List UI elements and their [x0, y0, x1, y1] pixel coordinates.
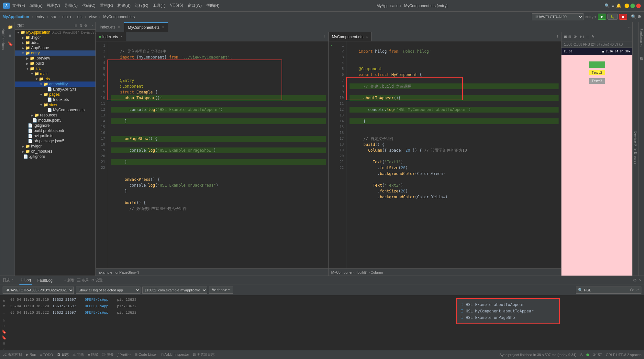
log-refresh-btn[interactable]: ↻ [3, 318, 5, 322]
log-search-input[interactable] [584, 288, 629, 292]
menu-build[interactable]: 构建(B) [117, 3, 130, 8]
tree-node-build[interactable]: ▶ 📁 build [15, 61, 95, 66]
left-editor-more[interactable]: ⋮ [321, 35, 328, 39]
tree-node-idea[interactable]: ▶ 📁 .idea [15, 40, 95, 45]
tree-node-entryability-ts[interactable]: 📄 EntryAbility.ts [15, 87, 95, 92]
left-tab-close[interactable]: × [121, 35, 123, 38]
tree-node-higor[interactable]: ▶ 📁 .higor [15, 35, 95, 40]
menu-window[interactable]: 窗口(W) [188, 3, 202, 8]
tree-node-build-profile[interactable]: 📄 build-profile.json5 [15, 128, 95, 133]
bottom-tab-browser-log[interactable]: ⊡ 浏览器日志 [193, 352, 215, 357]
log-close-icon[interactable]: × [639, 278, 641, 283]
log-filter-btn[interactable]: ⊟ [3, 341, 5, 346]
tree-node-module-json[interactable]: 📄 module.json5 [15, 118, 95, 123]
tree-node-preview[interactable]: ▶ 📁 .preview [15, 56, 95, 61]
notifications-icon[interactable]: 🔔 [616, 3, 621, 8]
tree-node-hvigor[interactable]: ▶ 📁 hvigor [15, 144, 95, 149]
device-select[interactable]: HUAWEI CTR-AL00 [532, 13, 583, 20]
device-filter-select[interactable]: HUAWEI CTR-AL00 (PXUYD22628020934) [3, 287, 74, 294]
tree-root[interactable]: ▼ 📁 MyApplication D:\002_Project\014_Dev… [15, 30, 95, 35]
search-regex-btn[interactable]: .* [635, 288, 639, 292]
tree-node-pages[interactable]: ▼ 📁 pages [15, 92, 95, 97]
preview-grid-icon[interactable]: ⊟ [568, 35, 571, 39]
app-filter-select[interactable]: Show all log of selected app [76, 287, 140, 294]
log-add-btn[interactable]: + 新增 [64, 278, 74, 283]
preview-edit-icon[interactable]: ✎ [592, 35, 594, 39]
menu-refactor[interactable]: 重构(R) [100, 3, 113, 8]
pid-filter-select[interactable]: [13632] com.example.myapplication [142, 287, 207, 294]
preview-expand-icon[interactable]: ⊞ [564, 35, 567, 39]
bottom-tab-services[interactable]: ◎ 服务 [102, 352, 114, 357]
tree-node-entryability[interactable]: ▼ 📁 entryability [15, 82, 95, 87]
tree-sort-icon[interactable]: ⇅ [79, 24, 82, 28]
bottom-tab-run[interactable]: ▶ Run [26, 352, 36, 357]
tree-node-oh-package[interactable]: 📄 oh-package.json5 [15, 138, 95, 144]
tree-node-main[interactable]: ▼ 📁 main [15, 71, 95, 76]
log-clear-btn[interactable]: ✕ [3, 347, 5, 350]
gear-icon[interactable]: ⚙ [612, 3, 614, 8]
tree-node-entry[interactable]: ▼ 📁 entry [15, 50, 95, 56]
tab-mycomponent-close[interactable]: × [162, 26, 164, 29]
menu-nav[interactable]: 导航(N) [64, 3, 78, 8]
bottom-tab-todo[interactable]: ≡ TODO [40, 352, 53, 357]
sidebar-tab-project[interactable]: 📁 [7, 23, 14, 30]
debug-button[interactable]: 🐛 [607, 14, 618, 20]
search-case-btn[interactable]: Cc [630, 288, 634, 292]
bottom-tab-vcs[interactable]: ⎇ 版本控制 [3, 352, 22, 357]
tab-index-close[interactable]: × [118, 25, 120, 29]
log-layout-btn[interactable]: ☰ 布局 [77, 278, 89, 283]
tree-node-ets[interactable]: ▼ 📁 ets [15, 76, 95, 82]
sidebar-tab-structure[interactable]: ≡ [7, 32, 14, 39]
tree-node-resources[interactable]: ▶ 📁 resources [15, 113, 95, 118]
menu-code[interactable]: 代码(C) [82, 3, 95, 8]
sidebar-tab-bookmarks[interactable]: 🔖 [7, 40, 14, 47]
tree-node-mycomponent-ets[interactable]: 📄 MyComponent.ets [15, 107, 95, 113]
tree-node-oh-modules[interactable]: ▶ 📁 oh_modules [15, 149, 95, 154]
tree-gear-icon[interactable]: ⚙ [84, 24, 87, 28]
tree-node-view[interactable]: ▼ 📁 view [15, 102, 95, 107]
log-search-box[interactable]: 🔍 Cc .* [576, 287, 641, 294]
tree-node-hvigorfile[interactable]: 📄 hvigorfile.ts [15, 133, 95, 138]
stop-button[interactable]: ■ [619, 14, 627, 20]
log-bookmark2-btn[interactable]: 🔖 [2, 335, 6, 340]
menu-help[interactable]: 帮助(H) [206, 3, 219, 8]
log-config-icon[interactable]: ⚙ [633, 278, 637, 283]
log-up-btn[interactable]: ▲ [3, 298, 5, 302]
log-copy-btn[interactable]: ⊡ [3, 324, 5, 328]
menu-run[interactable]: 运行(R) [135, 3, 148, 8]
settings-icon[interactable]: ⚙ [638, 14, 641, 19]
bottom-tab-codelint[interactable]: ⊞ Code Linter [135, 352, 157, 357]
bottom-tab-log[interactable]: 🗒 日志 [57, 352, 69, 357]
search-icon[interactable]: 🔍 [605, 3, 610, 8]
verbose-button[interactable]: Verbose ▾ [209, 287, 233, 294]
tree-node-appscope[interactable]: ▶ 📁 AppScope [15, 45, 95, 50]
tree-node-gitignore2[interactable]: 📄 .gitignore [15, 154, 95, 159]
menu-view[interactable]: 视图(V) [47, 3, 60, 8]
tab-mycomponent-ets[interactable]: MyComponent.ets × [124, 22, 168, 32]
left-tab-index[interactable]: Index.ets × [96, 32, 126, 41]
menu-tools[interactable]: 工具(T) [153, 3, 165, 8]
menu-edit[interactable]: 编辑(E) [29, 3, 42, 8]
bottom-tab-profiler[interactable]: ∫ Profiler [117, 352, 131, 357]
editor-panel-more-icon[interactable]: ⋯ [626, 25, 632, 29]
log-bookmark-btn[interactable]: 🔖 [2, 330, 6, 334]
tree-node-index-ets[interactable]: 📄 Index.ets [15, 97, 95, 102]
maximize-button[interactable] [630, 4, 635, 8]
right-editor-more[interactable]: ⋮ [554, 35, 561, 39]
bottom-tab-issues[interactable]: ⚠ 问题 [72, 352, 84, 357]
log-settings-btn[interactable]: ⚙ 设置 [91, 278, 103, 283]
tab-index-ets[interactable]: Index.ets × [96, 22, 124, 32]
log-tab-hilog[interactable]: HiLog [19, 276, 32, 285]
right-tab-close[interactable]: × [366, 35, 368, 38]
tree-node-gitignore1[interactable]: 📄 .gitignore [15, 123, 95, 128]
bottom-tab-arkui[interactable]: ◻ ArkUI Inspector [161, 352, 189, 357]
menu-file[interactable]: 文件(F) [12, 3, 25, 8]
log-tab-faultlog[interactable]: FaultLog [36, 276, 54, 285]
tree-more-icon[interactable]: ⋯ [89, 24, 93, 28]
menu-vcs[interactable]: VCS(S) [170, 3, 183, 8]
right-tab-mycomponent[interactable]: MyComponent.ets × [329, 32, 372, 41]
tree-node-src[interactable]: ▼ 📁 src [15, 66, 95, 71]
search-global-icon[interactable]: 🔍 [631, 14, 636, 19]
close-button[interactable] [636, 4, 641, 8]
log-down-btn[interactable]: ▼ [3, 304, 5, 308]
